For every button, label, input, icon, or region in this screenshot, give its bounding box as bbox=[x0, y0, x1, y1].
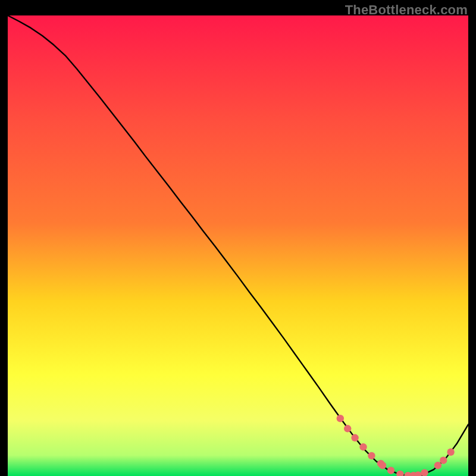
data-dot bbox=[440, 456, 447, 464]
chart-background bbox=[8, 15, 468, 476]
watermark-text: TheBottleneck.com bbox=[345, 2, 468, 18]
data-dot bbox=[379, 462, 386, 469]
data-dot bbox=[337, 415, 344, 422]
bottleneck-chart bbox=[8, 15, 468, 476]
data-dot bbox=[387, 467, 394, 474]
data-dot bbox=[447, 449, 454, 456]
data-dot bbox=[351, 434, 358, 441]
data-dot bbox=[434, 462, 441, 469]
chart-stage: TheBottleneck.com bbox=[0, 0, 476, 476]
data-dot bbox=[368, 452, 375, 459]
data-dot bbox=[344, 425, 351, 432]
data-dot bbox=[359, 443, 367, 450]
